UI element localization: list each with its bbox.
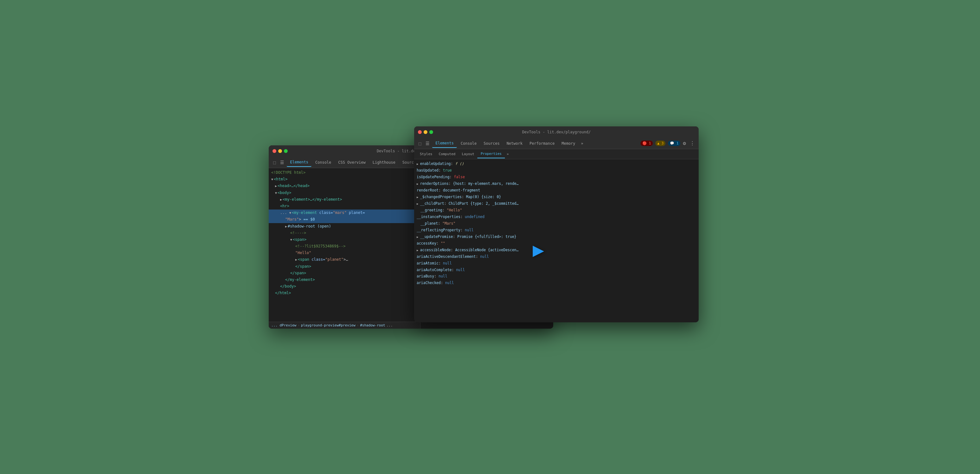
prop-line[interactable]: ariaBusy: null bbox=[414, 273, 698, 280]
cursor-tool-front[interactable]: ⬚ bbox=[417, 140, 423, 147]
dom-line[interactable]: ▶<head>…</head> bbox=[269, 183, 420, 189]
scene: DevTools - lit.dev/playground/ ⬚ ☰ Eleme… bbox=[269, 126, 711, 348]
prop-line[interactable]: __reflectingProperty: null bbox=[414, 227, 698, 234]
badge-info-front: 💬 1 bbox=[668, 141, 680, 146]
prop-line[interactable]: accessKey: "" bbox=[414, 240, 698, 247]
prop-line[interactable]: ariaAtomic: null bbox=[414, 260, 698, 267]
dom-line[interactable]: <!----> bbox=[269, 230, 420, 236]
maximize-button-back[interactable] bbox=[284, 149, 288, 153]
prop-line[interactable]: ariaChecked: null bbox=[414, 280, 698, 286]
breadcrumb-more[interactable]: ... bbox=[386, 323, 393, 328]
dom-line[interactable]: </span> bbox=[269, 263, 420, 270]
traffic-lights-back bbox=[272, 149, 288, 153]
dom-line[interactable]: ▶#shadow-root (open) bbox=[269, 223, 420, 230]
minimize-button-front[interactable] bbox=[423, 130, 427, 134]
tabbar-front: ⬚ ☰ Elements Console Sources Network Per… bbox=[414, 138, 698, 149]
elements-panel-back: <!DOCTYPE html> ▼<html> ▶<head>…</head> … bbox=[269, 168, 420, 329]
dom-line[interactable]: ▼<span> bbox=[269, 236, 420, 243]
properties-panel-front: Styles Computed Layout Properties » enab… bbox=[414, 149, 698, 322]
dom-line[interactable]: "Hello" bbox=[269, 250, 420, 256]
traffic-lights-front bbox=[418, 130, 433, 134]
dom-line[interactable]: ▶<my-element>…</my-element> bbox=[269, 196, 420, 203]
dom-line[interactable]: ▼<html> bbox=[269, 176, 420, 183]
dom-line[interactable]: </my-element> bbox=[269, 277, 420, 283]
prop-line[interactable]: renderRoot: document-fragment bbox=[414, 187, 698, 194]
dom-line-selected2[interactable]: "Mars"> == $0 bbox=[269, 216, 420, 223]
tab-elements-back[interactable]: Elements bbox=[287, 158, 312, 167]
prop-line[interactable]: renderOptions: {host: my-element.mars, r… bbox=[414, 180, 698, 187]
sub-tabbar-front: Styles Computed Layout Properties » bbox=[414, 149, 698, 159]
breadcrumb-back: ... dPreview › playground-preview#previe… bbox=[269, 322, 420, 329]
dom-line[interactable]: <hr> bbox=[269, 203, 420, 210]
breadcrumb-item[interactable]: playground-preview#preview bbox=[301, 323, 355, 328]
sub-tab-styles-front[interactable]: Styles bbox=[417, 150, 436, 158]
titlebar-front: DevTools - lit.dev/playground/ bbox=[414, 126, 698, 138]
cursor-tool-back[interactable]: ⬚ bbox=[271, 159, 278, 166]
prop-line[interactable]: _$changedProperties: Map(0) {size: 0} bbox=[414, 194, 698, 200]
minimize-button-back[interactable] bbox=[278, 149, 282, 153]
tab-network-front[interactable]: Network bbox=[503, 139, 526, 148]
tab-elements-front[interactable]: Elements bbox=[432, 139, 457, 148]
prop-line[interactable]: isUpdatePending: false bbox=[414, 174, 698, 180]
prop-line[interactable]: __updatePromise: Promise {<fulfilled>: t… bbox=[414, 234, 698, 240]
sub-tab-computed-front[interactable]: Computed bbox=[436, 150, 459, 158]
dom-line[interactable]: <!DOCTYPE html> bbox=[269, 169, 420, 176]
prop-line[interactable]: enableUpdating: f () bbox=[414, 161, 698, 167]
prop-line[interactable]: accessibleNode: AccessibleNode {activeDe… bbox=[414, 247, 698, 253]
close-button-back[interactable] bbox=[272, 149, 276, 153]
dom-line[interactable]: </body> bbox=[269, 283, 420, 290]
dom-line[interactable]: </span> bbox=[269, 270, 420, 277]
devtools-window-front: DevTools - lit.dev/playground/ ⬚ ☰ Eleme… bbox=[414, 126, 698, 322]
dom-tree-back[interactable]: <!DOCTYPE html> ▼<html> ▶<head>…</head> … bbox=[269, 168, 420, 322]
dom-line-selected[interactable]: ... ▼<my-element class="mars" planet= bbox=[269, 210, 420, 216]
blue-arrow: ▶ bbox=[533, 239, 544, 261]
badge-error-front: 🔴 1 bbox=[641, 141, 653, 146]
prop-line[interactable]: ariaActiveDescendantElement: null bbox=[414, 253, 698, 260]
tab-sources-front[interactable]: Sources bbox=[480, 139, 503, 148]
prop-line[interactable]: ariaAutoComplete: null bbox=[414, 267, 698, 274]
sub-tab-more-front[interactable]: » bbox=[505, 151, 511, 157]
tab-console-front[interactable]: Console bbox=[457, 139, 480, 148]
breadcrumb-item[interactable]: ... dPreview bbox=[271, 323, 296, 328]
breadcrumb-item[interactable]: #shadow-root bbox=[360, 323, 385, 328]
panel-area-front: Styles Computed Layout Properties » enab… bbox=[414, 149, 698, 322]
dom-line[interactable]: ▼<body> bbox=[269, 189, 420, 196]
maximize-button-front[interactable] bbox=[429, 130, 433, 134]
device-tool-front[interactable]: ☰ bbox=[423, 140, 431, 147]
tab-console-back[interactable]: Console bbox=[312, 158, 334, 167]
close-button-front[interactable] bbox=[418, 130, 422, 134]
prop-line[interactable]: __instanceProperties: undefined bbox=[414, 214, 698, 220]
badge-warning-front: ▲ 3 bbox=[655, 141, 665, 146]
prop-line[interactable]: __childPart: ChildPart {type: 2, _$commi… bbox=[414, 200, 698, 207]
prop-line[interactable]: __planet: "Mars" bbox=[414, 220, 698, 227]
dom-line[interactable]: </html> bbox=[269, 290, 420, 296]
props-list-front[interactable]: enableUpdating: f () hasUpdated: true is… bbox=[414, 159, 698, 322]
prop-line[interactable]: hasUpdated: true bbox=[414, 167, 698, 174]
tab-performance-front[interactable]: Performance bbox=[527, 139, 558, 148]
more-icon-front[interactable]: ⋮ bbox=[689, 139, 696, 148]
sub-tab-layout-front[interactable]: Layout bbox=[459, 150, 478, 158]
prop-line[interactable]: __greeting: "Hello" bbox=[414, 207, 698, 214]
dom-line[interactable]: ▶<span class="planet">… bbox=[269, 256, 420, 263]
sub-tab-properties-front[interactable]: Properties bbox=[477, 150, 504, 158]
tab-lighthouse-back[interactable]: Lighthouse bbox=[369, 158, 399, 167]
device-tool-back[interactable]: ☰ bbox=[278, 159, 286, 166]
tab-more-front[interactable]: » bbox=[579, 140, 585, 147]
tab-memory-front[interactable]: Memory bbox=[558, 139, 578, 148]
tab-actions-front: 🔴 1 ▲ 3 💬 1 ⚙ ⋮ bbox=[639, 139, 696, 148]
dom-line[interactable]: <!--?lit$927534869$--> bbox=[269, 243, 420, 250]
window-title-front: DevTools - lit.dev/playground/ bbox=[522, 130, 591, 134]
tab-css-overview-back[interactable]: CSS Overview bbox=[335, 158, 369, 167]
settings-icon-front[interactable]: ⚙ bbox=[682, 139, 687, 148]
